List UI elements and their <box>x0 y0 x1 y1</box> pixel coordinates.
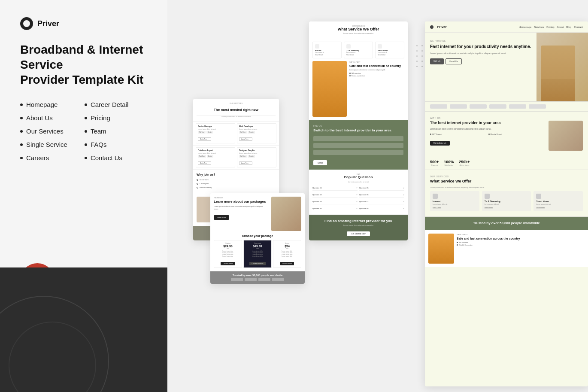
preview-packages-cards: Starter $24.99 /mo Lorem ipsum dolorLore… <box>214 240 301 268</box>
nav-col-1: Homepage About Us Our Services Single Se… <box>20 101 67 161</box>
nav-item-pricing[interactable]: Pricing <box>85 114 128 122</box>
nav-item-homepage[interactable]: Homepage <box>20 101 67 108</box>
nav-item-career-detail[interactable]: Career Detail <box>85 101 128 108</box>
nav-bullet <box>20 130 23 133</box>
preview-package-starter: Starter $24.99 /mo Lorem ipsum dolorLore… <box>214 240 242 268</box>
preview-job-senior-manager: Senior Manager Lorem ipsum dolor sit ame… <box>196 123 235 143</box>
left-panel: Priver Broadband & Internet Service Prov… <box>0 0 167 392</box>
about-packages-title: Learn more about our packages <box>214 200 268 204</box>
preview-contact-section: FIND US Switch to the best internet prov… <box>309 120 408 170</box>
preview-services-title: What Service We Offer <box>430 179 583 184</box>
preview-stat-satisfaction: 100% Satisfaction <box>444 160 454 166</box>
faq-grid: Question #1 ∨ Question #5 ∨ Question #2 … <box>312 185 404 211</box>
preview-about-image <box>549 121 583 151</box>
internet-icon <box>315 44 319 49</box>
preview-cta-secondary: Email Us <box>446 58 462 64</box>
safe-connection-title: Safe and fast connection ac country <box>349 64 404 68</box>
preview-services-page-wrapper: OUR SERVICES What Service We Offer Lorem… <box>309 21 408 240</box>
nav-col-2: Career Detail Pricing Team FAQs Contact … <box>85 101 128 161</box>
nav-item-services[interactable]: Our Services <box>20 128 67 135</box>
preview-safe-image <box>428 234 454 264</box>
dark-bg-strip <box>0 267 167 392</box>
careers-title: The most needed right now <box>197 104 276 115</box>
learn-more-btn: Learn More <box>214 215 229 220</box>
smarthome-icon <box>378 44 382 49</box>
nav-bullet <box>85 157 87 159</box>
preview-stat-users: 250k+ Active Users <box>459 160 470 166</box>
main-container: Priver Broadband & Internet Service Prov… <box>0 0 588 392</box>
internet-icon <box>433 194 438 199</box>
preview-hero-text: WE PROVIDE Fast internet for your produc… <box>425 33 536 101</box>
faq-cta-btn: Get Started Now <box>347 231 370 236</box>
faq-title: Popular Question <box>312 175 404 179</box>
preview-hero-image <box>536 33 588 101</box>
preview-brand: Priver <box>437 25 447 29</box>
preview-trusted: Trusted by over 50,000 people worldwide <box>425 217 588 230</box>
nav-bullet <box>20 103 23 106</box>
tv-icon <box>346 44 351 49</box>
preview-faq-section: FAQ Popular Question Lorem ipsum dolor s… <box>309 170 408 215</box>
right-area: Priver Homepage Services Pricing About B… <box>167 0 588 392</box>
preview-service-tv: TV & Streaming Lorem ipsum dolor sit. Vi… <box>482 191 531 211</box>
preview-why-join-title: Why join us? <box>197 173 276 176</box>
nav-bullet <box>20 143 23 146</box>
preview-hero-eyebrow: WE PROVIDE <box>430 40 531 42</box>
preview-about-title: The best internet provider in your area <box>430 121 545 126</box>
preview-cta-primary: Call Us <box>430 58 444 64</box>
nav-bullet <box>85 117 87 119</box>
faq-banner: Find an amazing internet provider for yo… <box>309 215 408 240</box>
smarthome-icon <box>536 194 541 199</box>
preview-pricing-main: PACKAGES Learn more about our packages L… <box>210 193 305 284</box>
nav-item-single-service[interactable]: Single Service <box>20 141 67 148</box>
brand-name: Priver <box>37 19 59 28</box>
nav-item-careers[interactable]: Careers <box>20 154 67 161</box>
preview-logo-dot <box>430 25 433 29</box>
preview-job-row-2: Database Expert Lorem ipsum dolor sit am… <box>193 146 279 170</box>
preview-packages-title: Choose your package <box>214 234 301 237</box>
preview-services-grid: Internet Lorem ipsum dolor sit. View Det… <box>430 191 583 211</box>
faq-banner-title: Find an amazing internet provider for yo… <box>313 219 403 223</box>
preview-nav-items: Homepage Services Pricing About Blog Con… <box>519 26 583 28</box>
nav-bullet <box>20 117 23 119</box>
preview-about-desc: Lorem ipsum dolor sit amet consectetur a… <box>430 128 545 131</box>
preview-trusted-title: Trusted by over 50,000 people worldwide <box>430 221 583 225</box>
preview-job-web-dev: Web Developer Lorem ipsum dolor sit amet… <box>237 123 276 143</box>
preview-why-join: Why join us? Great Team Career path Attr… <box>193 170 279 193</box>
worker-image <box>312 61 347 117</box>
preview-package-premium: Premium $49.99 /mo Lorem ipsum dolorLore… <box>243 240 272 268</box>
preview-hero-btns: Call Us Email Us <box>430 58 531 64</box>
nav-item-faqs[interactable]: FAQs <box>85 141 128 148</box>
preview-stats: 500+ Channels 100% Satisfaction 250k+ Ac… <box>425 156 588 170</box>
preview-service-smarthome: Smart Home Lorem ipsum dolor sit. View D… <box>533 191 583 211</box>
preview-service-internet: Internet Lorem ipsum dolor sit. View Det… <box>430 191 479 211</box>
preview-stat-channels: 500+ Channels <box>430 160 439 166</box>
brand-logo <box>20 17 33 30</box>
preview-about-eyebrow: WITH US <box>430 117 583 119</box>
nav-bullet <box>85 103 87 106</box>
preview-about: WITH US The best internet provider in yo… <box>425 112 588 156</box>
preview-features: 24/7 Support Weekly Report <box>430 133 545 135</box>
nav-item-contact[interactable]: Contact Us <box>85 154 128 161</box>
nav-bullet <box>20 157 23 159</box>
svc-grid-top: Internet Lorem ipsum sit View Detail TV … <box>312 42 404 58</box>
preview-hero: WE PROVIDE Fast internet for your produc… <box>425 33 588 101</box>
nav-item-team[interactable]: Team <box>85 128 128 135</box>
preview-hero-h1: Fast internet for your productivity need… <box>430 44 531 49</box>
preview-job-designer: Designer Graphic Lorem ipsum dolor sit a… <box>237 147 276 167</box>
preview-services-page: OUR SERVICES What Service We Offer Lorem… <box>309 21 408 240</box>
preview-about-text: The best internet provider in your area … <box>430 121 545 151</box>
nav-item-about[interactable]: About Us <box>20 114 67 122</box>
preview-safe-features: Wifi seamless Reliable Connection <box>457 242 585 246</box>
preview-safe: SAFE & FAST Safe and fast connection acr… <box>425 230 588 267</box>
preview-packages: PACKAGES Learn more about our packages L… <box>210 193 305 271</box>
preview-job-db-expert: Database Expert Lorem ipsum dolor sit am… <box>196 147 235 167</box>
preview-services-eyebrow: OUR SERVICES <box>430 175 583 178</box>
preview-homepage: Priver Homepage Services Pricing About B… <box>425 21 588 386</box>
preview-services: OUR SERVICES What Service We Offer Lorem… <box>425 170 588 217</box>
contact-submit-btn: Send <box>313 160 327 165</box>
brand-logo-inner <box>23 20 30 27</box>
preview-safe-eyebrow: SAFE & FAST <box>457 234 585 236</box>
preview-trusted-strip: Trusted by over 50,000 people worldwide <box>210 271 305 284</box>
preview-nav: Priver Homepage Services Pricing About B… <box>425 21 588 33</box>
preview-hero-desc: Lorem ipsum dolor sit amet consectetur a… <box>430 52 531 55</box>
